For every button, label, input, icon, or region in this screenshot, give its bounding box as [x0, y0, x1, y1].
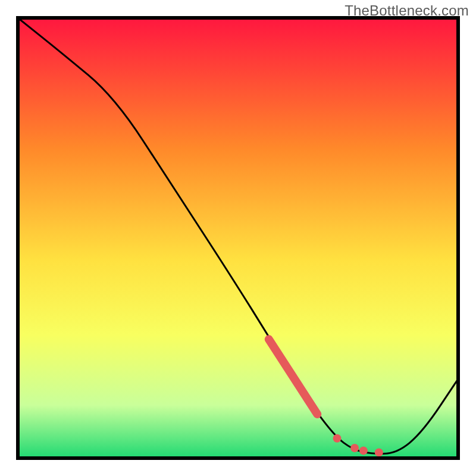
highlight-dot — [350, 444, 359, 452]
chart-frame: TheBottleneck.com — [0, 0, 476, 476]
gradient-background — [18, 18, 458, 458]
watermark-text: TheBottleneck.com — [345, 2, 469, 19]
highlight-dot — [333, 434, 342, 443]
highlight-dot — [375, 448, 383, 456]
bottleneck-chart — [0, 0, 476, 476]
highlight-dot — [359, 446, 368, 455]
